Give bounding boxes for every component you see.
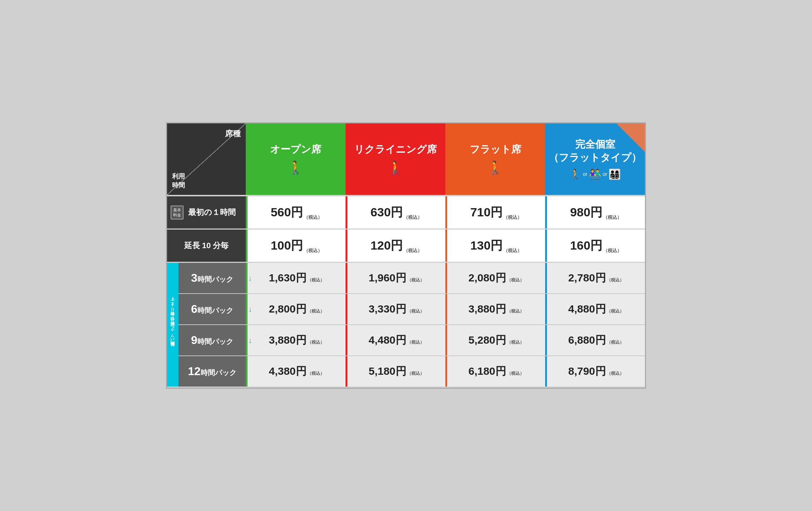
person2-icon: 👫 [589, 168, 601, 180]
person1-icon: 🚶 [569, 168, 582, 180]
header-open-seat: オープン席 🚶 [246, 123, 346, 195]
pack-row-6h: 6時間パック ↓ 2,800円（税込） 3,330円（税込） 3,8 [178, 294, 645, 325]
price-table: 席種 利用 時間 オープン席 🚶 リクライニング席 🚶 フラット席 🚶 完全個室… [166, 122, 646, 389]
pack-price-3h-flat: 2,080円（税込） [445, 263, 545, 293]
extension-flat-amount: 130円（税込） [470, 237, 522, 254]
arrow-6h: ↓ [248, 305, 252, 314]
extension-open-amount: 100円（税込） [271, 237, 323, 254]
extension-label: 延長 10 分毎 [167, 230, 246, 262]
pack-price-3h-open: 1,630円（税込） [246, 263, 346, 293]
pack-price-12h-reclining: 5,180円（税込） [346, 356, 445, 387]
pack-price-9h-private: 6,880円（税込） [545, 325, 645, 355]
extension-reclining-amount: 120円（税込） [371, 237, 422, 254]
reclining-seat-title: リクライニング席 [354, 143, 437, 156]
extension-price-open: 100円（税込） [246, 230, 346, 262]
basic-price-open: 560円（税込） [246, 196, 346, 229]
private-room-title: 完全個室 （フラットタイプ） [549, 138, 641, 164]
extension-price-flat: 130円（税込） [445, 230, 545, 262]
header-row: 席種 利用 時間 オープン席 🚶 リクライニング席 🚶 フラット席 🚶 完全個室… [167, 123, 645, 196]
pack-row-3h: 3時間パック ↓ 1,630円（税込） 1,960円（税込） 2,0 [178, 263, 645, 294]
extension-row: 延長 10 分毎 100円（税込） 120円（税込） 130円（税込） 160円… [167, 230, 645, 263]
pack-price-6h-open: 2,800円（税込） [246, 294, 346, 324]
pack-label-9h: 9時間パック ↓ [178, 325, 246, 355]
pack-price-12h-flat: 6,180円（税込） [445, 356, 545, 387]
pack-price-6h-reclining: 3,330円（税込） [346, 294, 445, 324]
pack-rows: 3時間パック ↓ 1,630円（税込） 1,960円（税込） 2,0 [178, 263, 645, 387]
pack-side-text: 自動的にパック料金へ切り替わります [170, 300, 176, 350]
private-room-icon-group: 🚶 or 👫 or 👨‍👩‍👧‍👦 [569, 168, 621, 180]
basic-price-private: 980円（税込） [545, 196, 645, 229]
pack-price-12h-private: 8,790円（税込） [545, 356, 645, 387]
reclining-seat-icon: 🚶 [387, 160, 403, 175]
pack-row-12h: 12時間パック 4,380円（税込） 5,180円（税込） 6,180円（税込） [178, 356, 645, 387]
open-seat-title: オープン席 [270, 143, 321, 156]
flat-seat-title: フラット席 [470, 143, 521, 156]
basic-fee-row: 基本 料金 最初の１時間 560円（税込） 630円（税込） 710円（税込） … [167, 196, 645, 230]
pack-price-3h-reclining: 1,960円（税込） [346, 263, 445, 293]
corner-top-label: 席種 [225, 128, 241, 139]
extension-label-text: 延長 10 分毎 [184, 240, 229, 251]
extension-price-private: 160円（税込） [545, 230, 645, 262]
pack-row-9h: 9時間パック ↓ 3,880円（税込） 4,480円（税込） 5,2 [178, 325, 645, 356]
open-seat-icon: 🚶 [288, 160, 304, 175]
pack-price-9h-flat: 5,280円（税込） [445, 325, 545, 355]
pack-price-3h-private: 2,780円（税込） [545, 263, 645, 293]
pack-price-6h-flat: 3,880円（税込） [445, 294, 545, 324]
pack-price-9h-reclining: 4,480円（税込） [346, 325, 445, 355]
basic-reclining-amount: 630円（税込） [371, 204, 422, 221]
basic-fee-label-text: 最初の１時間 [188, 207, 236, 218]
basic-price-reclining: 630円（税込） [346, 196, 445, 229]
basic-open-amount: 560円（税込） [271, 204, 323, 221]
arrow-9h: ↓ [248, 336, 252, 345]
basic-flat-amount: 710円（税込） [470, 204, 522, 221]
extension-price-reclining: 120円（税込） [346, 230, 445, 262]
extension-private-amount: 160円（税込） [570, 237, 622, 254]
header-private-room: 完全個室 （フラットタイプ） 🚶 or 👫 or 👨‍👩‍👧‍👦 [545, 123, 645, 195]
person3-icon: 👨‍👩‍👧‍👦 [608, 168, 621, 180]
pack-label-12h: 12時間パック [178, 356, 246, 387]
pack-side-label: 自動的にパック料金へ切り替わります [167, 263, 178, 387]
pack-price-6h-private: 4,880円（税込） [545, 294, 645, 324]
header-flat-seat: フラット席 🚶 [445, 123, 545, 195]
basic-price-flat: 710円（税込） [445, 196, 545, 229]
basic-fee-label: 基本 料金 最初の１時間 [167, 196, 246, 229]
pack-section: 自動的にパック料金へ切り替わります 3時間パック ↓ 1,630円（税込） [167, 263, 645, 388]
pack-label-6h: 6時間パック ↓ [178, 294, 246, 324]
basic-private-amount: 980円（税込） [570, 204, 622, 221]
pack-price-12h-open: 4,380円（税込） [246, 356, 346, 387]
arrow-3h: ↓ [248, 274, 252, 283]
pack-price-9h-open: 3,880円（税込） [246, 325, 346, 355]
corner-cell: 席種 利用 時間 [167, 123, 246, 195]
pack-label-3h: 3時間パック ↓ [178, 263, 246, 293]
flat-seat-icon: 🚶 [487, 160, 503, 175]
header-reclining-seat: リクライニング席 🚶 [346, 123, 445, 195]
basic-badge: 基本 料金 [171, 206, 184, 220]
corner-bottom-label: 利用 時間 [172, 172, 185, 190]
